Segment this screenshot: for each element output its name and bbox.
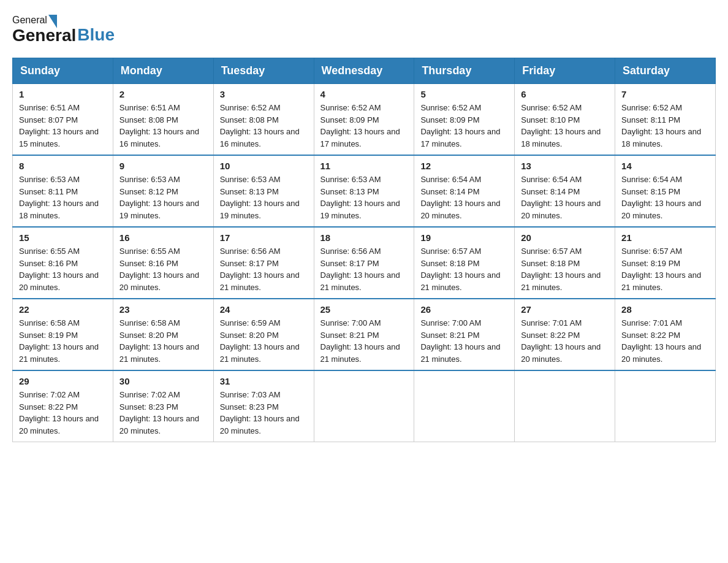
logo: General General Blue [12, 12, 115, 45]
calendar-week-row: 8 Sunrise: 6:53 AM Sunset: 8:11 PM Dayli… [13, 155, 716, 227]
calendar-cell: 23 Sunrise: 6:58 AM Sunset: 8:20 PM Dayl… [113, 299, 213, 370]
day-info: Sunrise: 7:00 AM Sunset: 8:21 PM Dayligh… [320, 317, 408, 365]
day-info: Sunrise: 6:54 AM Sunset: 8:14 PM Dayligh… [521, 174, 609, 221]
calendar-cell: 26 Sunrise: 7:00 AM Sunset: 8:21 PM Dayl… [414, 299, 515, 370]
calendar-cell: 24 Sunrise: 6:59 AM Sunset: 8:20 PM Dayl… [213, 299, 314, 370]
calendar-cell: 17 Sunrise: 6:56 AM Sunset: 8:17 PM Dayl… [213, 227, 314, 299]
day-info: Sunrise: 6:52 AM Sunset: 8:09 PM Dayligh… [420, 102, 508, 150]
calendar-cell: 8 Sunrise: 6:53 AM Sunset: 8:11 PM Dayli… [13, 155, 113, 227]
calendar-week-row: 15 Sunrise: 6:55 AM Sunset: 8:16 PM Dayl… [13, 227, 716, 299]
calendar-cell: 16 Sunrise: 6:55 AM Sunset: 8:16 PM Dayl… [113, 227, 213, 299]
day-info: Sunrise: 6:53 AM Sunset: 8:12 PM Dayligh… [119, 174, 207, 221]
calendar-header-friday: Friday [515, 58, 615, 84]
day-info: Sunrise: 6:53 AM Sunset: 8:13 PM Dayligh… [220, 174, 308, 221]
day-number: 15 [19, 232, 107, 243]
day-info: Sunrise: 6:52 AM Sunset: 8:11 PM Dayligh… [621, 102, 709, 150]
day-info: Sunrise: 6:59 AM Sunset: 8:20 PM Dayligh… [220, 317, 308, 365]
day-info: Sunrise: 7:01 AM Sunset: 8:22 PM Dayligh… [621, 317, 709, 365]
day-number: 22 [19, 304, 107, 315]
day-info: Sunrise: 6:56 AM Sunset: 8:17 PM Dayligh… [220, 245, 308, 293]
page-header: General General Blue [12, 12, 716, 45]
calendar-cell [615, 370, 716, 442]
day-number: 20 [521, 232, 609, 243]
day-info: Sunrise: 6:52 AM Sunset: 8:09 PM Dayligh… [320, 102, 408, 150]
calendar-header-row: SundayMondayTuesdayWednesdayThursdayFrid… [13, 58, 716, 84]
day-info: Sunrise: 6:55 AM Sunset: 8:16 PM Dayligh… [119, 245, 207, 293]
day-number: 2 [119, 89, 207, 99]
logo-blue-text: Blue [77, 25, 115, 45]
calendar-cell: 25 Sunrise: 7:00 AM Sunset: 8:21 PM Dayl… [314, 299, 414, 370]
day-number: 3 [220, 89, 308, 99]
calendar-cell [515, 370, 615, 442]
calendar-cell: 28 Sunrise: 7:01 AM Sunset: 8:22 PM Dayl… [615, 299, 716, 370]
calendar-cell: 4 Sunrise: 6:52 AM Sunset: 8:09 PM Dayli… [314, 84, 414, 156]
calendar-cell: 2 Sunrise: 6:51 AM Sunset: 8:08 PM Dayli… [113, 84, 213, 156]
day-number: 24 [220, 304, 308, 315]
day-number: 17 [220, 232, 308, 243]
day-info: Sunrise: 6:57 AM Sunset: 8:18 PM Dayligh… [521, 245, 609, 293]
day-number: 21 [621, 232, 709, 243]
day-info: Sunrise: 7:02 AM Sunset: 8:23 PM Dayligh… [119, 389, 207, 437]
day-info: Sunrise: 6:53 AM Sunset: 8:13 PM Dayligh… [320, 174, 408, 221]
calendar-header-sunday: Sunday [13, 58, 113, 84]
logo-general-text: General [12, 15, 47, 26]
calendar-cell: 29 Sunrise: 7:02 AM Sunset: 8:22 PM Dayl… [13, 370, 113, 442]
calendar-cell: 27 Sunrise: 7:01 AM Sunset: 8:22 PM Dayl… [515, 299, 615, 370]
calendar-header-monday: Monday [113, 58, 213, 84]
day-info: Sunrise: 7:00 AM Sunset: 8:21 PM Dayligh… [420, 317, 508, 365]
day-number: 8 [19, 161, 107, 171]
calendar-week-row: 29 Sunrise: 7:02 AM Sunset: 8:22 PM Dayl… [13, 370, 716, 442]
day-info: Sunrise: 6:53 AM Sunset: 8:11 PM Dayligh… [19, 174, 107, 221]
day-info: Sunrise: 6:54 AM Sunset: 8:14 PM Dayligh… [420, 174, 508, 221]
day-info: Sunrise: 6:54 AM Sunset: 8:15 PM Dayligh… [621, 174, 709, 221]
day-number: 29 [19, 376, 107, 386]
day-info: Sunrise: 6:51 AM Sunset: 8:07 PM Dayligh… [19, 102, 107, 150]
calendar-cell: 15 Sunrise: 6:55 AM Sunset: 8:16 PM Dayl… [13, 227, 113, 299]
calendar-header-tuesday: Tuesday [213, 58, 314, 84]
calendar-cell [414, 370, 515, 442]
calendar-week-row: 22 Sunrise: 6:58 AM Sunset: 8:19 PM Dayl… [13, 299, 716, 370]
day-number: 1 [19, 89, 107, 99]
day-number: 31 [220, 376, 308, 386]
day-number: 26 [420, 304, 508, 315]
day-number: 19 [420, 232, 508, 243]
calendar-cell: 7 Sunrise: 6:52 AM Sunset: 8:11 PM Dayli… [615, 84, 716, 156]
calendar-header-saturday: Saturday [615, 58, 716, 84]
day-number: 14 [621, 161, 709, 171]
calendar-cell: 10 Sunrise: 6:53 AM Sunset: 8:13 PM Dayl… [213, 155, 314, 227]
calendar-cell: 6 Sunrise: 6:52 AM Sunset: 8:10 PM Dayli… [515, 84, 615, 156]
day-number: 28 [621, 304, 709, 315]
calendar-cell: 31 Sunrise: 7:03 AM Sunset: 8:23 PM Dayl… [213, 370, 314, 442]
day-info: Sunrise: 6:57 AM Sunset: 8:19 PM Dayligh… [621, 245, 709, 293]
calendar-header-thursday: Thursday [414, 58, 515, 84]
day-info: Sunrise: 6:57 AM Sunset: 8:18 PM Dayligh… [420, 245, 508, 293]
day-number: 18 [320, 232, 408, 243]
calendar-cell: 9 Sunrise: 6:53 AM Sunset: 8:12 PM Dayli… [113, 155, 213, 227]
calendar-cell: 20 Sunrise: 6:57 AM Sunset: 8:18 PM Dayl… [515, 227, 615, 299]
calendar-cell: 5 Sunrise: 6:52 AM Sunset: 8:09 PM Dayli… [414, 84, 515, 156]
day-number: 11 [320, 161, 408, 171]
day-info: Sunrise: 7:02 AM Sunset: 8:22 PM Dayligh… [19, 389, 107, 437]
calendar-cell: 30 Sunrise: 7:02 AM Sunset: 8:23 PM Dayl… [113, 370, 213, 442]
day-info: Sunrise: 6:58 AM Sunset: 8:20 PM Dayligh… [119, 317, 207, 365]
calendar-cell: 22 Sunrise: 6:58 AM Sunset: 8:19 PM Dayl… [13, 299, 113, 370]
day-number: 6 [521, 89, 609, 99]
calendar-cell: 14 Sunrise: 6:54 AM Sunset: 8:15 PM Dayl… [615, 155, 716, 227]
calendar-table: SundayMondayTuesdayWednesdayThursdayFrid… [12, 58, 716, 442]
day-number: 5 [420, 89, 508, 99]
day-number: 7 [621, 89, 709, 99]
calendar-cell: 3 Sunrise: 6:52 AM Sunset: 8:08 PM Dayli… [213, 84, 314, 156]
day-info: Sunrise: 6:58 AM Sunset: 8:19 PM Dayligh… [19, 317, 107, 365]
calendar-cell: 21 Sunrise: 6:57 AM Sunset: 8:19 PM Dayl… [615, 227, 716, 299]
day-number: 30 [119, 376, 207, 386]
day-number: 23 [119, 304, 207, 315]
day-number: 10 [220, 161, 308, 171]
calendar-cell: 13 Sunrise: 6:54 AM Sunset: 8:14 PM Dayl… [515, 155, 615, 227]
day-number: 12 [420, 161, 508, 171]
day-info: Sunrise: 6:52 AM Sunset: 8:08 PM Dayligh… [220, 102, 308, 150]
calendar-cell: 11 Sunrise: 6:53 AM Sunset: 8:13 PM Dayl… [314, 155, 414, 227]
logo-general-text2: General [12, 26, 76, 45]
calendar-week-row: 1 Sunrise: 6:51 AM Sunset: 8:07 PM Dayli… [13, 84, 716, 156]
day-number: 27 [521, 304, 609, 315]
day-number: 4 [320, 89, 408, 99]
